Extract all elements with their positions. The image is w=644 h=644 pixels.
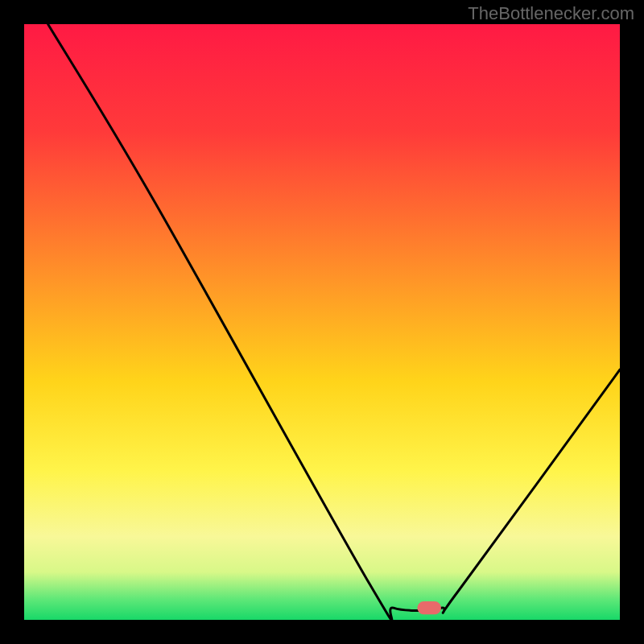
watermark-text: TheBottlenecker.com [468,3,634,24]
chart-svg [24,24,620,620]
plot-area [24,24,620,620]
chart-container: TheBottlenecker.com [0,0,644,644]
optimal-marker [417,601,441,614]
gradient-background [24,24,620,620]
